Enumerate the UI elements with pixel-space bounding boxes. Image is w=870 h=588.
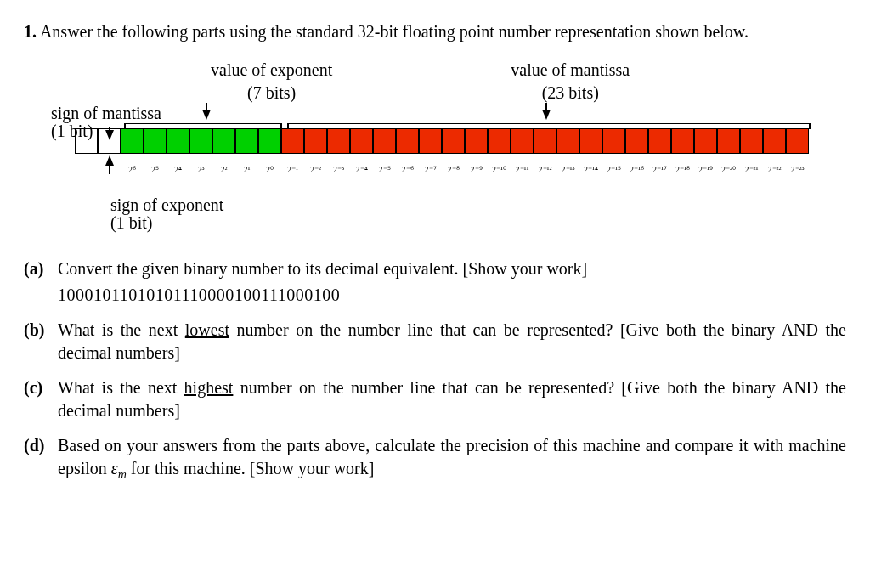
power-label: 2⁻⁴: [350, 164, 373, 176]
question-prompt: Answer the following parts using the sta…: [40, 22, 749, 41]
part-c-underlined: highest: [184, 378, 234, 397]
bit-cell: [281, 128, 304, 154]
bit-cell: [602, 128, 625, 154]
power-label: 2⁻¹⁸: [671, 164, 694, 176]
part-a-binary: 10001011010101110000100111000100: [58, 284, 846, 307]
bit-cell: [304, 128, 327, 154]
bit-cell: [212, 128, 235, 154]
arrow-down-icon: [105, 130, 114, 140]
power-label: 2³: [189, 164, 212, 176]
exponent-label: value of exponent: [211, 60, 332, 79]
bit-cell: [556, 128, 579, 154]
bit-row: [75, 128, 846, 154]
mantissa-label-block: value of mantissa (23 bits): [511, 59, 630, 105]
bit-cell: [350, 128, 373, 154]
bit-cell: [648, 128, 671, 154]
power-label: 2⁻⁸: [442, 164, 465, 176]
bit-cell: [419, 128, 442, 154]
sign-exponent-label-block: sign of exponent (1 bit): [110, 196, 846, 232]
power-label: 2¹: [235, 164, 258, 176]
part-label: (b): [24, 319, 53, 365]
part-label: (c): [24, 376, 53, 422]
mantissa-bits: (23 bits): [511, 82, 630, 105]
power-label: 2⁵: [144, 164, 167, 176]
bit-cell: [534, 128, 556, 154]
part-b-text-before: What is the next: [58, 320, 185, 339]
brace-icon: [287, 123, 811, 127]
brace-icon: [124, 123, 282, 127]
bit-cell: [671, 128, 694, 154]
power-label: 2⁻²³: [786, 164, 809, 176]
arrow-down-icon: [202, 110, 211, 120]
parts-list: (a) Convert the given binary number to i…: [24, 257, 846, 483]
bit-cell: [786, 128, 809, 154]
bit-cell: [511, 128, 534, 154]
bit-cell: [396, 128, 419, 154]
power-label: 2⁻¹⁶: [625, 164, 648, 176]
arrow-down-icon: [542, 110, 551, 120]
mantissa-label: value of mantissa: [511, 60, 630, 79]
bit-cell: [327, 128, 350, 154]
power-label: 2⁻¹⁹: [694, 164, 717, 176]
power-label: 2⁻⁹: [465, 164, 488, 176]
part-a-text: Convert the given binary number to its d…: [58, 259, 587, 278]
power-label: 2⁻¹⁰: [488, 164, 511, 176]
power-label: 2⁻²: [304, 164, 327, 176]
power-label: 2⁻³: [327, 164, 350, 176]
bit-cell: [373, 128, 396, 154]
sign-exponent-bits: (1 bit): [110, 213, 152, 232]
power-label: 2⁻¹²: [534, 164, 556, 176]
part-d-text-after: for this machine. [Show your work]: [127, 459, 375, 478]
arrow-up-icon: [105, 155, 114, 166]
power-label: 2⁴: [167, 164, 189, 176]
power-label: 2²: [212, 164, 235, 176]
power-label: 2⁻⁷: [419, 164, 442, 176]
question-number: 1.: [24, 22, 37, 41]
part-c-text-before: What is the next: [58, 378, 184, 397]
power-label: 2⁶: [121, 164, 144, 176]
power-label: 2⁰: [258, 164, 281, 176]
fp-diagram: value of exponent (7 bits) value of mant…: [75, 59, 846, 232]
bit-cell: [717, 128, 740, 154]
power-label: 2⁻⁵: [373, 164, 396, 176]
bit-cell: [579, 128, 602, 154]
part-label: (d): [24, 434, 53, 483]
part-a: (a) Convert the given binary number to i…: [24, 257, 846, 307]
bit-cell: [763, 128, 786, 154]
bit-cell: [235, 128, 258, 154]
power-label: 2⁻²⁰: [717, 164, 740, 176]
bit-cell: [189, 128, 212, 154]
power-row: 2⁶ 2⁵ 2⁴ 2³ 2² 2¹ 2⁰ 2⁻¹ 2⁻² 2⁻³ 2⁻⁴ 2⁻⁵…: [121, 164, 846, 176]
bit-cell: [167, 128, 189, 154]
power-label: 2⁻¹: [281, 164, 304, 176]
bit-cell: [625, 128, 648, 154]
power-label: 2⁻²²: [763, 164, 786, 176]
power-label: 2⁻¹¹: [511, 164, 534, 176]
bit-cell: [694, 128, 717, 154]
exponent-label-block: value of exponent (7 bits): [211, 59, 332, 105]
bit-cell: [258, 128, 281, 154]
bit-cell: [740, 128, 763, 154]
question-header: 1. Answer the following parts using the …: [24, 20, 846, 43]
epsilon-symbol: εm: [111, 459, 127, 478]
sign-exponent-label: sign of exponent: [110, 195, 223, 214]
power-label: 2⁻¹³: [556, 164, 579, 176]
part-label: (a): [24, 257, 53, 307]
bit-cell: [442, 128, 465, 154]
power-label: 2⁻¹⁷: [648, 164, 671, 176]
power-label: 2⁻²¹: [740, 164, 763, 176]
power-label: 2⁻¹⁵: [602, 164, 625, 176]
part-b: (b) What is the next lowest number on th…: [24, 319, 846, 365]
part-d: (d) Based on your answers from the parts…: [24, 434, 846, 483]
part-b-underlined: lowest: [185, 320, 229, 339]
exponent-bits: (7 bits): [211, 82, 332, 105]
power-label: 2⁻¹⁴: [579, 164, 602, 176]
bit-cell: [465, 128, 488, 154]
bit-cell: [488, 128, 511, 154]
part-c: (c) What is the next highest number on t…: [24, 376, 846, 422]
power-label: 2⁻⁶: [396, 164, 419, 176]
